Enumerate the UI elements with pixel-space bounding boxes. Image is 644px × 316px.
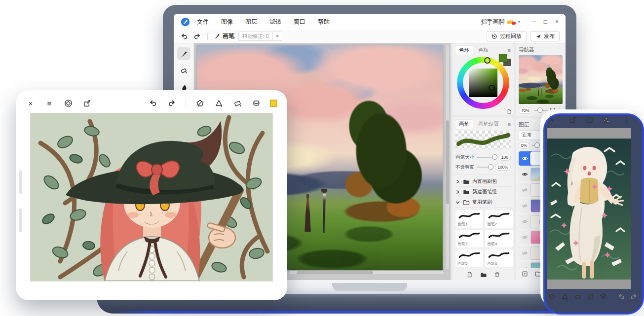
minimize-button[interactable]: −	[532, 19, 536, 25]
tab-color-swatches[interactable]: 色板	[475, 46, 492, 55]
saturation-value-square[interactable]	[469, 69, 497, 97]
vertical-scrollbar[interactable]	[446, 45, 449, 269]
folder-icon[interactable]	[480, 272, 487, 278]
close-icon[interactable]: ×	[547, 115, 556, 124]
chevron-right-icon[interactable]	[455, 179, 460, 184]
brush-tile[interactable]: 画笔3	[455, 230, 483, 247]
color-swatch[interactable]	[270, 100, 277, 107]
settings-icon[interactable]	[63, 98, 73, 108]
stabilize-dropdown[interactable]: 抖动修正: 0 ▼	[238, 32, 282, 41]
blur-icon[interactable]	[587, 292, 594, 301]
brush-tile-label: 画笔5	[457, 261, 467, 266]
tab-brush[interactable]: 画笔	[455, 120, 473, 129]
eraser-icon[interactable]	[574, 292, 581, 301]
vip-crown-icon	[507, 19, 515, 25]
menu-item[interactable]: 图层	[245, 18, 257, 26]
phone-toolbar-bottom	[548, 289, 630, 304]
layer-opacity-value[interactable]: 0%	[519, 142, 530, 149]
selection-icon[interactable]	[548, 292, 556, 301]
phone-canvas[interactable]	[547, 128, 631, 289]
sv-handle[interactable]	[489, 85, 495, 91]
brush-group-row[interactable]: 内置画刷包	[455, 176, 511, 187]
current-tool[interactable]: 画笔	[214, 32, 234, 40]
menu-item[interactable]: 窗口	[294, 18, 305, 26]
menu-icon[interactable]: ≡	[44, 98, 54, 108]
account-menu[interactable]: 指手画脚 ▼	[481, 18, 522, 26]
maximize-button[interactable]: □	[544, 19, 547, 25]
panel-menu-icon[interactable]: ≡	[508, 48, 511, 53]
eye-hidden-icon[interactable]	[520, 187, 529, 193]
brush-icon	[180, 50, 188, 58]
eye-hidden-icon[interactable]	[520, 203, 529, 209]
undo-icon[interactable]	[618, 292, 625, 301]
brush-tile[interactable]: 画笔2	[485, 210, 513, 228]
tablet-side-button	[19, 170, 22, 194]
brush-tool-button[interactable]	[177, 47, 190, 60]
undo-button[interactable]	[180, 33, 189, 40]
brush-size-label: 画笔大小	[455, 154, 474, 161]
eye-hidden-icon[interactable]	[520, 219, 529, 224]
pen-icon[interactable]	[214, 98, 224, 108]
smudge-icon[interactable]	[251, 98, 261, 108]
redo-icon[interactable]	[167, 98, 177, 108]
menu-item[interactable]: 图像	[221, 18, 233, 26]
eraser-tool-button[interactable]	[177, 64, 190, 77]
new-brush-icon[interactable]	[467, 272, 472, 278]
layers-icon[interactable]	[600, 292, 607, 301]
zoom-value[interactable]: 70%	[519, 107, 532, 114]
close-icon[interactable]: ×	[26, 98, 36, 108]
brush-tile-label: 画笔4	[487, 241, 497, 246]
horizontal-scrollbar[interactable]	[289, 271, 444, 274]
chevron-down-icon[interactable]	[455, 200, 460, 205]
foreground-background-swatches[interactable]	[499, 54, 511, 66]
panel-menu-icon[interactable]: ≡	[508, 122, 511, 127]
brush-group-row[interactable]: 常用笔刷	[455, 197, 511, 208]
export-icon[interactable]	[568, 115, 577, 124]
new-swatch-icon[interactable]	[507, 109, 512, 114]
brush-tile[interactable]: 画笔5	[455, 249, 483, 267]
horizontal-scrollbar-thumb[interactable]	[297, 271, 373, 274]
eye-hidden-icon[interactable]	[520, 156, 529, 161]
brush-tile[interactable]: 画笔1	[455, 210, 483, 228]
tab-brush-settings[interactable]: 画笔设置	[475, 120, 502, 129]
layers-panel-icon[interactable]	[585, 115, 594, 124]
eye-hidden-icon[interactable]	[520, 235, 529, 240]
publish-button[interactable]: 发布	[530, 31, 560, 41]
brush-group-row[interactable]: 新建画笔组	[455, 187, 511, 197]
eye-hidden-icon[interactable]	[520, 250, 529, 256]
brush-opacity-value[interactable]: 100%	[495, 164, 511, 171]
close-button[interactable]: ×	[555, 19, 559, 25]
brush-size-value[interactable]: 100	[499, 154, 511, 161]
tablet-canvas[interactable]	[31, 113, 272, 281]
eye-visible-icon[interactable]	[520, 172, 529, 177]
menu-item[interactable]: 帮助	[318, 18, 330, 26]
redo-button[interactable]	[192, 33, 201, 40]
eraser-icon[interactable]	[232, 98, 242, 108]
brush-size-slider[interactable]	[477, 157, 496, 158]
selection-icon[interactable]	[195, 98, 205, 108]
new-layer-icon[interactable]	[522, 271, 528, 277]
hue-handle[interactable]	[484, 57, 491, 64]
app-logo-icon	[181, 17, 190, 27]
redo-icon[interactable]	[630, 292, 637, 301]
tab-color-wheel[interactable]: 色环	[455, 46, 473, 55]
foreground-color-swatch[interactable]	[499, 54, 507, 62]
process-replay-button[interactable]: 过程回放	[487, 31, 527, 41]
menu-item[interactable]: 滤镜	[269, 18, 281, 26]
undo-icon[interactable]	[148, 98, 158, 108]
chevron-right-icon[interactable]	[455, 190, 460, 194]
brush-opacity-slider[interactable]	[477, 167, 492, 168]
kebab-menu-icon[interactable]: ⋮	[622, 115, 631, 124]
witch-illustration	[31, 113, 272, 281]
pen-icon[interactable]	[561, 292, 568, 301]
export-icon[interactable]	[82, 98, 92, 108]
brush-tile[interactable]: 画笔6	[485, 249, 513, 267]
brush-tile[interactable]: 画笔4	[485, 230, 513, 247]
trash-icon[interactable]	[494, 272, 500, 278]
quick-toolbar: 画笔 抖动修正: 0 ▼ 过程回放 发布	[174, 30, 566, 43]
zoom-slider[interactable]	[534, 110, 548, 111]
sliders-icon[interactable]	[602, 115, 610, 124]
navigator-thumbnail[interactable]	[519, 55, 563, 104]
menu-item[interactable]: 文件	[197, 18, 209, 26]
vertical-scrollbar-thumb[interactable]	[446, 120, 449, 204]
